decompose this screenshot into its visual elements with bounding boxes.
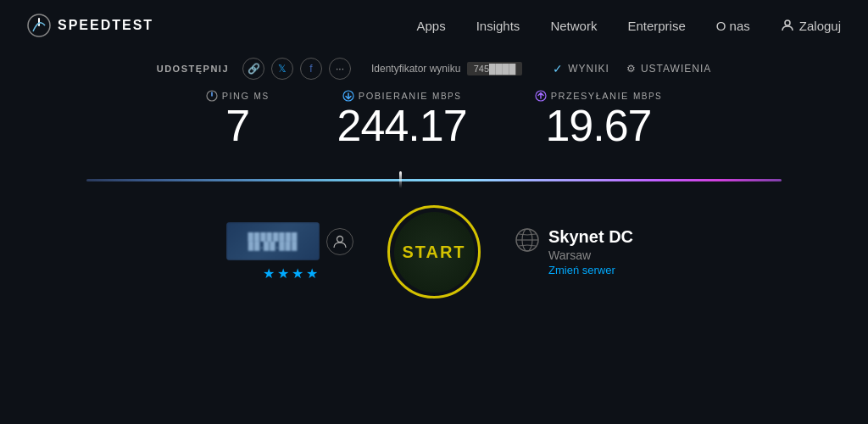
result-id-value: 745████ bbox=[467, 62, 523, 75]
gear-icon: ⚙ bbox=[626, 63, 637, 75]
isp-logo-text: ██████████.██.███ bbox=[248, 232, 298, 251]
download-icon bbox=[342, 90, 354, 102]
logo[interactable]: SPEEDTEST bbox=[27, 14, 153, 37]
stat-ping: PING ms 7 bbox=[206, 90, 270, 148]
nav-network[interactable]: Network bbox=[550, 19, 597, 33]
nav-enterprise[interactable]: Enterprise bbox=[627, 19, 685, 33]
login-button[interactable]: Zaloguj bbox=[781, 19, 841, 33]
star-rating: ★ ★ ★ ★ bbox=[263, 265, 318, 282]
change-server-link[interactable]: Zmień serwer bbox=[548, 264, 633, 276]
logo-text: SPEEDTEST bbox=[58, 18, 153, 33]
share-bar: UDOSTĘPNIJ 🔗 𝕏 f ··· Identyfikator wynik… bbox=[0, 51, 868, 83]
svg-point-1 bbox=[785, 20, 790, 25]
star-2: ★ bbox=[277, 265, 289, 282]
ping-value: 7 bbox=[206, 103, 270, 148]
bottom-panel: ██████████.██.███ ★ ★ ★ ★ STAR bbox=[226, 205, 642, 298]
server-info: Skynet DC Warsaw Zmień serwer bbox=[515, 227, 642, 276]
isp-with-user: ██████████.██.███ bbox=[226, 222, 353, 260]
share-link-icon[interactable]: 🔗 bbox=[242, 58, 264, 80]
user-icon-circle[interactable] bbox=[326, 228, 353, 255]
ustawienia-button[interactable]: ⚙ USTAWIENIA bbox=[626, 63, 711, 75]
svg-point-5 bbox=[337, 236, 343, 242]
start-button[interactable]: START bbox=[387, 205, 481, 298]
server-city: Warsaw bbox=[548, 248, 633, 262]
user-avatar-icon bbox=[332, 234, 348, 249]
gauge-line bbox=[86, 179, 782, 181]
isp-logo-blur: ██████████.██.███ bbox=[226, 222, 320, 260]
nav-apps[interactable]: Apps bbox=[416, 19, 445, 33]
speedtest-logo-icon bbox=[27, 14, 51, 37]
nav-o-nas[interactable]: O nas bbox=[716, 19, 750, 33]
isp-logo-box: ██████████.██.███ bbox=[226, 222, 320, 260]
ping-icon bbox=[206, 90, 218, 102]
download-label: POBIERANIE Mbps bbox=[337, 90, 467, 102]
gauge-container bbox=[86, 154, 782, 188]
isp-card: ██████████.██.███ ★ ★ ★ ★ bbox=[226, 222, 353, 282]
nav-insights[interactable]: Insights bbox=[476, 19, 520, 33]
upload-icon bbox=[535, 90, 547, 102]
download-value: 244.17 bbox=[337, 103, 467, 148]
navbar: SPEEDTEST Apps Insights Network Enterpri… bbox=[0, 0, 868, 51]
share-facebook-icon[interactable]: f bbox=[300, 58, 322, 80]
server-details: Skynet DC Warsaw Zmień serwer bbox=[548, 227, 633, 276]
star-1: ★ bbox=[263, 265, 275, 282]
stat-upload: PRZESYŁANIE Mbps 19.67 bbox=[535, 90, 663, 148]
result-id-label: Identyfikator wyniku 745████ bbox=[371, 63, 522, 75]
share-icons: 🔗 𝕏 f ··· bbox=[242, 58, 351, 80]
stat-download: POBIERANIE Mbps 244.17 bbox=[337, 90, 467, 148]
stats-row: PING ms 7 POBIERANIE Mbps 244.17 bbox=[206, 90, 663, 148]
start-button-inner: START bbox=[394, 212, 475, 293]
wyniki-area: ✓ WYNIKI ⚙ USTAWIENIA bbox=[553, 62, 711, 75]
wyniki-button[interactable]: ✓ WYNIKI bbox=[553, 62, 609, 75]
share-more-icon[interactable]: ··· bbox=[329, 58, 351, 80]
gauge-needle bbox=[399, 171, 402, 188]
ping-label: PING ms bbox=[206, 90, 270, 102]
share-twitter-icon[interactable]: 𝕏 bbox=[271, 58, 293, 80]
globe-icon bbox=[515, 227, 540, 253]
check-icon: ✓ bbox=[553, 62, 564, 75]
server-name: Skynet DC bbox=[548, 227, 633, 247]
login-label: Zaloguj bbox=[799, 19, 841, 33]
share-label: UDOSTĘPNIJ bbox=[157, 64, 229, 74]
star-4: ★ bbox=[306, 265, 318, 282]
user-icon bbox=[781, 19, 794, 32]
nav-links: Apps Insights Network Enterprise O nas Z… bbox=[416, 19, 841, 33]
upload-label: PRZESYŁANIE Mbps bbox=[535, 90, 663, 102]
star-3: ★ bbox=[292, 265, 303, 282]
start-label: START bbox=[402, 243, 465, 262]
main-content: PING ms 7 POBIERANIE Mbps 244.17 bbox=[0, 83, 868, 298]
upload-value: 19.67 bbox=[535, 103, 663, 148]
